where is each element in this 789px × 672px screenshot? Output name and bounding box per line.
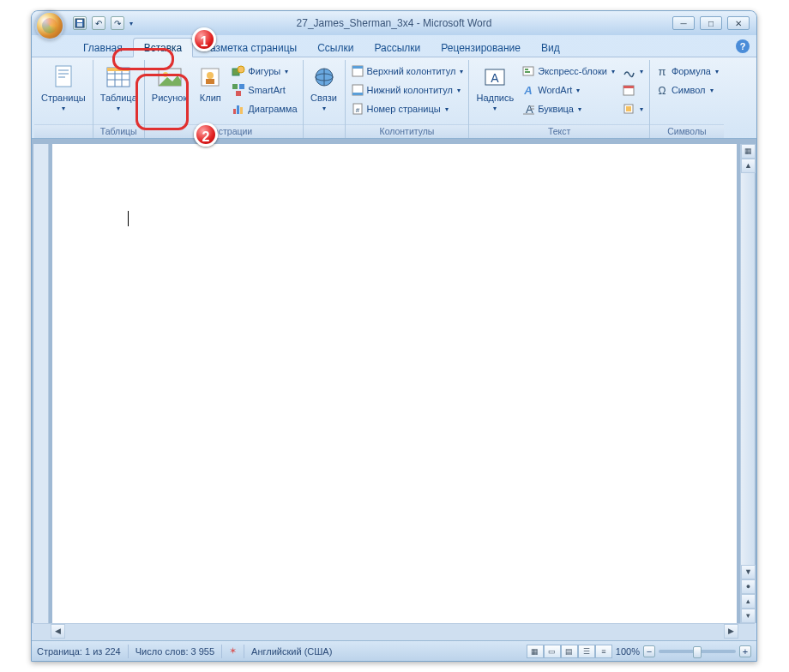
view-web[interactable]: ▤ [561, 645, 578, 658]
wordart-icon: A [521, 83, 535, 97]
svg-rect-30 [352, 66, 363, 69]
scroll-up-button[interactable]: ▲ [741, 159, 756, 173]
dropcap-button[interactable]: A Буквица▾ [520, 99, 617, 118]
prev-page-button[interactable]: ▴ [741, 594, 756, 609]
document-viewport[interactable] [52, 144, 737, 623]
scroll-track[interactable] [741, 173, 755, 565]
quick-access-toolbar: ↶ ↷ ▾ [73, 16, 133, 30]
pagenumber-button[interactable]: # Номер страницы▾ [349, 99, 466, 118]
document-area: ▦ ▲ ▼ ● ▴ ▾ [32, 139, 756, 623]
svg-rect-5 [58, 73, 69, 75]
group-label-headerfooter: Колонтитулы [346, 124, 469, 138]
close-button[interactable]: ✕ [727, 16, 750, 30]
proofing-icon[interactable]: ✶ [229, 645, 237, 657]
smartart-icon [232, 83, 245, 97]
browse-object-icon[interactable]: ● [741, 579, 756, 594]
symbol-button[interactable]: Ω Символ▾ [653, 81, 720, 99]
view-draft[interactable]: ≡ [595, 645, 612, 658]
svg-rect-48 [626, 106, 631, 111]
pages-button[interactable]: Страницы ▾ [38, 62, 89, 114]
picture-button[interactable]: Рисунок [148, 62, 191, 105]
equation-button[interactable]: π Формула▾ [653, 62, 720, 81]
scroll-left-button[interactable]: ◀ [51, 624, 65, 639]
scroll-right-button[interactable]: ▶ [724, 624, 738, 639]
object-button[interactable]: ▾ [619, 99, 646, 118]
tab-home[interactable]: Главная [73, 39, 133, 57]
clip-icon [196, 63, 224, 91]
office-button[interactable] [35, 11, 64, 40]
quickparts-button[interactable]: Экспресс-блоки▾ [520, 62, 617, 81]
scroll-h-track[interactable] [65, 624, 724, 640]
zoom-level[interactable]: 100% [616, 646, 640, 657]
vertical-scrollbar[interactable]: ▦ ▲ ▼ ● ▴ ▾ [740, 144, 755, 623]
datetime-button[interactable] [619, 81, 646, 99]
svg-text:A: A [524, 84, 533, 97]
statusbar: Страница: 1 из 224 Число слов: 3 955 ✶ А… [32, 640, 756, 661]
qat-dropdown-icon[interactable]: ▾ [129, 20, 133, 27]
object-icon [622, 102, 635, 116]
tab-view[interactable]: Вид [531, 39, 570, 57]
footer-button[interactable]: Нижний колонтитул▾ [349, 81, 466, 99]
next-page-button[interactable]: ▾ [741, 609, 756, 623]
svg-rect-2 [77, 23, 82, 27]
callout-badge-1: 1 [192, 27, 216, 51]
group-illustrations: Рисунок Клип Фигуры▾ SmartArt [145, 60, 304, 138]
chart-button[interactable]: Диаграмма [230, 99, 298, 118]
equation-icon: π [655, 64, 669, 78]
status-language[interactable]: Английский (США) [251, 646, 332, 657]
svg-rect-20 [232, 84, 238, 89]
svg-rect-21 [239, 84, 244, 89]
group-label-symbols: Символы [650, 124, 724, 138]
horizontal-scrollbar[interactable]: ◀ ▶ [51, 624, 738, 640]
view-buttons: ▦ ▭ ▤ ☰ ≡ [527, 645, 612, 658]
header-button[interactable]: Верхний колонтитул▾ [349, 62, 466, 81]
maximize-button[interactable]: □ [700, 16, 722, 30]
zoom-in-button[interactable]: + [739, 645, 751, 657]
picture-icon [156, 63, 184, 91]
view-fullscreen[interactable]: ▭ [544, 645, 561, 658]
symbol-icon: Ω [655, 83, 669, 97]
help-icon[interactable]: ? [736, 39, 750, 53]
redo-icon[interactable]: ↷ [111, 16, 124, 30]
clip-button[interactable]: Клип [193, 62, 227, 105]
status-page[interactable]: Страница: 1 из 224 [37, 646, 121, 657]
signature-button[interactable]: ▾ [619, 62, 646, 81]
links-button[interactable]: Связи ▾ [307, 62, 341, 114]
group-label-tables: Таблицы [93, 124, 144, 138]
tab-review[interactable]: Рецензирование [431, 39, 531, 57]
ribbon-tabs: Главная Вставка Разметка страницы Ссылки… [32, 35, 756, 57]
page[interactable] [52, 144, 737, 623]
group-tables: Таблица ▾ Таблицы [93, 60, 145, 138]
smartart-button[interactable]: SmartArt [230, 81, 298, 99]
svg-rect-17 [206, 79, 214, 84]
titlebar: ↶ ↷ ▾ 27_James_Sherman_3x4 - Microsoft W… [32, 11, 756, 35]
chart-icon [232, 102, 245, 116]
footer-icon [351, 83, 364, 97]
ribbon: Страницы ▾ Таблица ▾ Таблицы [32, 57, 756, 139]
undo-icon[interactable]: ↶ [92, 16, 105, 30]
hyperlink-icon [310, 63, 338, 91]
svg-point-19 [238, 66, 244, 73]
view-print-layout[interactable]: ▦ [527, 645, 544, 658]
textbox-button[interactable]: A Надпись ▾ [473, 62, 517, 114]
status-wordcount[interactable]: Число слов: 3 955 [136, 646, 214, 657]
zoom-slider[interactable] [659, 650, 736, 653]
textbox-icon: A [481, 63, 509, 91]
save-icon[interactable] [73, 16, 87, 30]
callout-badge-2: 2 [194, 123, 218, 147]
table-button[interactable]: Таблица ▾ [97, 62, 141, 114]
scroll-ruler-toggle[interactable]: ▦ [741, 144, 756, 159]
tab-insert[interactable]: Вставка [133, 38, 194, 57]
minimize-button[interactable]: ─ [672, 16, 695, 30]
svg-rect-39 [525, 71, 530, 73]
tab-references[interactable]: Ссылки [307, 39, 364, 57]
wordart-button[interactable]: A WordArt▾ [520, 81, 617, 99]
vertical-ruler[interactable] [33, 144, 49, 623]
tab-mailings[interactable]: Рассылки [364, 39, 431, 57]
svg-text:π: π [658, 65, 666, 78]
zoom-out-button[interactable]: − [643, 645, 655, 657]
view-outline[interactable]: ☰ [578, 645, 595, 658]
scroll-down-button[interactable]: ▼ [741, 565, 756, 579]
svg-text:#: # [355, 106, 359, 114]
shapes-button[interactable]: Фигуры▾ [230, 62, 298, 81]
